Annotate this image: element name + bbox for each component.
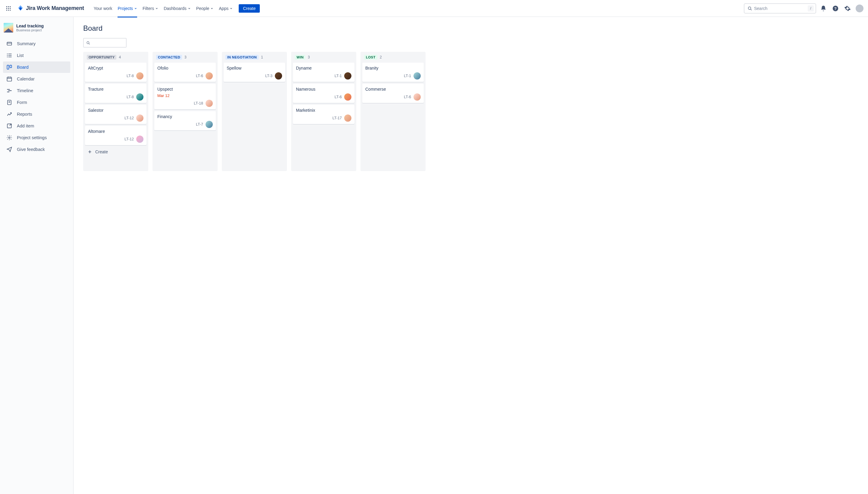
assignee-avatar[interactable] — [136, 72, 144, 79]
card-key: LT-6 — [335, 95, 342, 99]
sidebar-item-label: Reports — [17, 112, 32, 117]
nav-item-your-work[interactable]: Your work — [91, 4, 115, 13]
sidebar-item-label: Summary — [17, 41, 36, 46]
card[interactable]: SalestorLT-12 — [85, 105, 146, 124]
sidebar-item-label: Project settings — [17, 135, 47, 140]
svg-point-8 — [10, 10, 11, 11]
column-count: 4 — [119, 55, 121, 59]
card-key: LT-18 — [194, 101, 203, 106]
assignee-avatar[interactable] — [413, 72, 421, 79]
nav-item-apps[interactable]: Apps — [216, 4, 235, 13]
column-count: 1 — [261, 55, 263, 59]
column-header[interactable]: OPPORTUNITY4 — [85, 55, 146, 63]
column-header[interactable]: LOST2 — [362, 55, 424, 63]
nav-item-dashboards[interactable]: Dashboards — [161, 4, 193, 13]
card[interactable]: DynameLT-1 — [293, 63, 354, 82]
card[interactable]: MarketinixLT-17 — [293, 105, 354, 124]
card-due-date: Mar 12 — [157, 93, 213, 98]
column-title: CONTACTED — [156, 55, 182, 60]
card[interactable]: CommerseLT-6 — [362, 84, 424, 103]
sidebar-item-summary[interactable]: Summary — [3, 38, 70, 50]
card-title: Upspect — [157, 87, 213, 92]
assignee-avatar[interactable] — [136, 93, 144, 101]
svg-point-3 — [6, 8, 7, 9]
column-header[interactable]: IN NEGOTIATION1 — [224, 55, 285, 63]
card[interactable]: OfolioLT-6 — [154, 63, 216, 82]
project-header[interactable]: Lead tracking Business project — [3, 23, 70, 37]
card[interactable]: AltomareLT-12 — [85, 126, 146, 145]
card-key: LT-17 — [332, 116, 342, 120]
project-name: Lead tracking — [16, 23, 44, 28]
svg-rect-21 — [7, 65, 9, 69]
settings-icon[interactable] — [843, 4, 852, 13]
column-header[interactable]: WIN3 — [293, 55, 354, 63]
card[interactable]: AltCryptLT-8 — [85, 63, 146, 82]
global-search[interactable]: / — [744, 3, 816, 14]
card-title: Salestor — [88, 108, 144, 113]
form-icon — [6, 99, 13, 106]
assignee-avatar[interactable] — [344, 72, 351, 79]
assignee-avatar[interactable] — [206, 72, 213, 79]
chevron-down-icon — [155, 7, 158, 10]
chevron-down-icon — [230, 7, 233, 10]
sidebar-item-form[interactable]: Form — [3, 97, 70, 108]
card[interactable]: TractureLT-8 — [85, 84, 146, 103]
card-key: LT-6 — [404, 95, 411, 99]
nav-item-people[interactable]: People — [194, 4, 216, 13]
assignee-avatar[interactable] — [413, 93, 421, 101]
assignee-avatar[interactable] — [206, 121, 213, 128]
assignee-avatar[interactable] — [136, 136, 144, 143]
card[interactable]: FinancyLT-7 — [154, 111, 216, 130]
sidebar-item-board[interactable]: Board — [3, 61, 70, 73]
assignee-avatar[interactable] — [344, 93, 351, 101]
chevron-down-icon — [134, 7, 137, 10]
card[interactable]: BranityLT-1 — [362, 63, 424, 82]
assignee-avatar[interactable] — [275, 72, 282, 79]
project-avatar-icon — [4, 23, 13, 33]
create-card-button[interactable]: Create — [85, 147, 146, 157]
nav-item-filters[interactable]: Filters — [140, 4, 161, 13]
card[interactable]: UpspectMar 12LT-18 — [154, 84, 216, 109]
board-search[interactable] — [83, 38, 127, 48]
column-header[interactable]: CONTACTED3 — [154, 55, 216, 63]
profile-avatar[interactable] — [855, 4, 864, 13]
nav-items: Your workProjectsFiltersDashboardsPeople… — [91, 4, 235, 13]
card[interactable]: SpellowLT-3 — [224, 63, 285, 82]
sidebar-item-label: Board — [17, 65, 29, 70]
assignee-avatar[interactable] — [136, 114, 144, 122]
card-key: LT-1 — [404, 74, 411, 78]
board-search-input[interactable] — [90, 40, 124, 45]
sidebar-item-label: List — [17, 53, 24, 58]
card-title: Altomare — [88, 129, 144, 134]
reports-icon — [6, 111, 13, 117]
sidebar-item-reports[interactable]: Reports — [3, 109, 70, 120]
sidebar-item-list[interactable]: List — [3, 50, 70, 61]
card-key: LT-12 — [125, 137, 134, 141]
notifications-icon[interactable] — [818, 4, 828, 13]
svg-point-5 — [10, 8, 11, 9]
assignee-avatar[interactable] — [206, 100, 213, 107]
svg-line-10 — [751, 9, 752, 10]
app-switcher-icon[interactable] — [4, 4, 13, 13]
sidebar-item-timeline[interactable]: Timeline — [3, 85, 70, 96]
card-key: LT-8 — [127, 74, 134, 78]
sidebar-item-project-settings[interactable]: Project settings — [3, 132, 70, 144]
card[interactable]: NamerousLT-6 — [293, 84, 354, 103]
column-title: IN NEGOTIATION — [225, 55, 259, 60]
column-lost: LOST2BranityLT-1CommerseLT-6 — [361, 52, 426, 171]
search-icon — [747, 6, 752, 11]
help-icon[interactable]: ? — [831, 4, 840, 13]
assignee-avatar[interactable] — [344, 114, 351, 122]
settings-icon — [6, 134, 13, 141]
sidebar-item-give-feedback[interactable]: Give feedback — [3, 144, 70, 155]
nav-item-projects[interactable]: Projects — [115, 4, 140, 13]
column-count: 2 — [380, 55, 382, 59]
top-nav: Jira Work Management Your workProjectsFi… — [0, 0, 868, 17]
sidebar-item-add-item[interactable]: Add item — [3, 120, 70, 132]
svg-text:?: ? — [834, 6, 837, 11]
svg-point-0 — [6, 6, 7, 7]
create-button[interactable]: Create — [239, 4, 260, 13]
product-logo[interactable]: Jira Work Management — [15, 5, 87, 12]
search-input[interactable] — [754, 6, 808, 11]
sidebar-item-calendar[interactable]: Calendar — [3, 73, 70, 84]
